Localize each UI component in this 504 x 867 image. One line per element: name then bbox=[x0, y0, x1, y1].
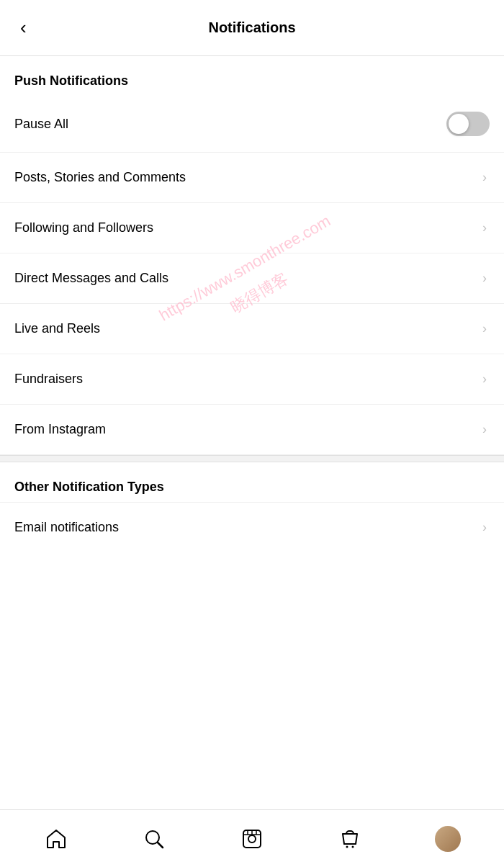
nav-reels[interactable] bbox=[203, 810, 301, 867]
nav-home[interactable] bbox=[7, 810, 105, 867]
pause-all-label: Pause All bbox=[14, 117, 68, 132]
from-instagram-item[interactable]: From Instagram › bbox=[0, 404, 504, 455]
svg-point-8 bbox=[346, 845, 348, 848]
other-notifications-heading: Other Notification Types bbox=[0, 462, 504, 502]
nav-search[interactable] bbox=[105, 810, 203, 867]
push-notifications-section: Push Notifications Pause All Posts, Stor… bbox=[0, 56, 504, 455]
section-divider bbox=[0, 455, 504, 462]
fundraisers-item[interactable]: Fundraisers › bbox=[0, 354, 504, 404]
pause-all-toggle[interactable] bbox=[446, 112, 490, 136]
live-reels-item[interactable]: Live and Reels › bbox=[0, 303, 504, 354]
push-notifications-heading: Push Notifications bbox=[0, 56, 504, 96]
reels-icon bbox=[241, 828, 263, 850]
posts-stories-comments-item[interactable]: Posts, Stories and Comments › bbox=[0, 152, 504, 202]
search-icon bbox=[143, 828, 165, 850]
home-icon bbox=[45, 828, 67, 850]
fundraisers-label: Fundraisers bbox=[14, 372, 83, 387]
chevron-right-icon: › bbox=[482, 321, 487, 336]
chevron-right-icon: › bbox=[482, 372, 487, 387]
following-followers-item[interactable]: Following and Followers › bbox=[0, 202, 504, 253]
chevron-right-icon: › bbox=[482, 422, 487, 437]
other-notifications-section: Other Notification Types Email notificat… bbox=[0, 462, 504, 552]
shop-icon bbox=[339, 828, 361, 850]
svg-point-9 bbox=[352, 845, 354, 848]
chevron-right-icon: › bbox=[482, 220, 487, 235]
main-content: Push Notifications Pause All Posts, Stor… bbox=[0, 56, 504, 610]
svg-point-3 bbox=[248, 835, 256, 843]
nav-shop[interactable] bbox=[301, 810, 399, 867]
page-title: Notifications bbox=[208, 19, 295, 36]
header: ‹ Notifications bbox=[0, 0, 504, 56]
posts-stories-comments-label: Posts, Stories and Comments bbox=[14, 170, 186, 185]
direct-messages-calls-label: Direct Messages and Calls bbox=[14, 271, 168, 286]
live-reels-label: Live and Reels bbox=[14, 321, 100, 336]
svg-line-1 bbox=[158, 843, 163, 848]
bottom-nav bbox=[0, 809, 504, 867]
chevron-right-icon: › bbox=[482, 271, 487, 286]
email-notifications-item[interactable]: Email notifications › bbox=[0, 502, 504, 552]
following-followers-label: Following and Followers bbox=[14, 220, 153, 235]
email-notifications-label: Email notifications bbox=[14, 520, 119, 535]
back-button[interactable]: ‹ bbox=[14, 11, 32, 45]
from-instagram-label: From Instagram bbox=[14, 422, 106, 437]
chevron-right-icon: › bbox=[482, 170, 487, 185]
direct-messages-calls-item[interactable]: Direct Messages and Calls › bbox=[0, 253, 504, 303]
pause-all-row: Pause All bbox=[0, 96, 504, 152]
nav-profile[interactable] bbox=[399, 810, 497, 867]
chevron-right-icon: › bbox=[482, 520, 487, 535]
avatar bbox=[435, 826, 461, 852]
